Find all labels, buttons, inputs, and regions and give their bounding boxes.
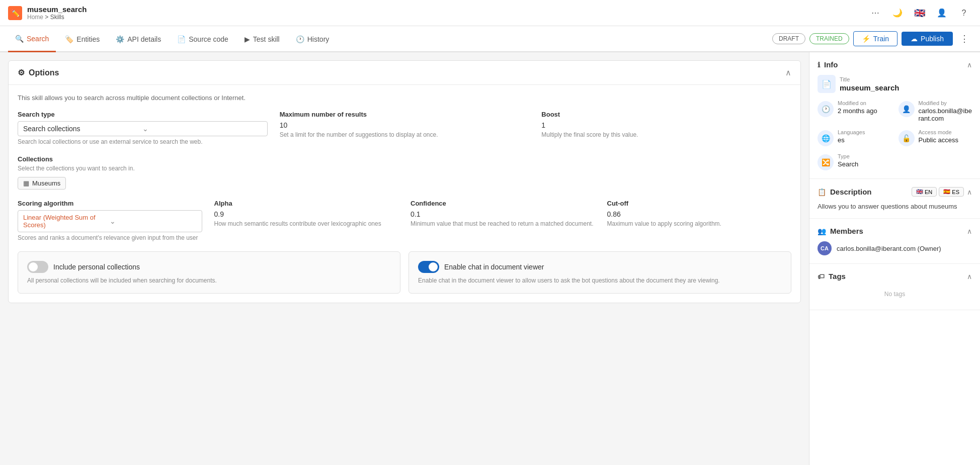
tabbar: 🔍 Search 🏷️ Entities ⚙️ API details 📄 So… xyxy=(0,26,980,52)
flag-es-icon: 🇪🇸 xyxy=(943,189,950,195)
options-icon: ⚙ xyxy=(18,68,25,77)
search-tab-icon: 🔍 xyxy=(15,35,24,43)
modified-by-value: carlos.bonilla@iberant.com xyxy=(919,107,972,122)
modified-by-icon: 👤 xyxy=(899,101,915,117)
access-mode-content: Access mode Public access xyxy=(919,129,972,144)
trained-badge: TRAINED xyxy=(809,33,849,44)
languages-label: Languages xyxy=(838,129,891,135)
scoring-desc: Scores and ranks a document's relevance … xyxy=(18,234,202,241)
confidence-desc: Minimum value that must be reached to re… xyxy=(411,220,595,227)
options-row-1: Search type Search collections ⌄ Search … xyxy=(18,111,791,145)
collection-name: Museums xyxy=(32,179,60,187)
access-mode-item: 🔓 Access mode Public access xyxy=(899,129,972,146)
chat-viewer-desc: Enable chat in the document viewer to al… xyxy=(418,277,782,284)
members-title-text: Members xyxy=(830,227,863,235)
tab-source-code[interactable]: 📄 Source code xyxy=(170,26,235,52)
description-title-text: Description xyxy=(830,188,872,196)
history-tab-icon: 🕐 xyxy=(296,35,304,43)
confidence-label: Confidence xyxy=(411,200,595,207)
flag-en-icon: 🇬🇧 xyxy=(916,189,923,195)
scoring-row: Scoring algorithm Linear (Weighted Sum o… xyxy=(18,200,791,241)
boost-value: 1 xyxy=(541,121,791,129)
cutoff-value: 0.86 xyxy=(607,210,792,218)
chat-viewer-title: Enable chat in document viewer xyxy=(444,263,544,271)
lang-en-btn[interactable]: 🇬🇧 EN xyxy=(912,187,937,197)
member-avatar: CA xyxy=(818,241,832,255)
main-layout: ⚙ Options ∧ This skill allows you to sea… xyxy=(0,52,980,465)
max-results-value: 10 xyxy=(280,121,530,129)
members-section-header: 👥 Members ∧ xyxy=(818,227,972,235)
access-mode-value: Public access xyxy=(919,136,972,144)
collection-tag[interactable]: ▦ Museums xyxy=(18,177,66,190)
breadcrumb-home[interactable]: Home xyxy=(27,14,43,21)
tab-history[interactable]: 🕐 History xyxy=(289,26,337,52)
max-results-label: Maximum number of results xyxy=(280,111,530,118)
search-type-select[interactable]: Search collections ⌄ xyxy=(18,121,268,136)
confidence-field: Confidence 0.1 Minimum value that must b… xyxy=(411,200,595,241)
tab-history-label: History xyxy=(307,35,330,43)
info-icon: ℹ xyxy=(818,61,820,69)
lang-es-btn[interactable]: 🇪🇸 ES xyxy=(939,187,964,197)
tab-source-label: Source code xyxy=(189,35,228,43)
boost-field: Boost 1 Multiply the final score by this… xyxy=(541,111,791,145)
tab-search-label: Search xyxy=(27,35,49,43)
app-logo: ✏️ museum_search Home > Skills xyxy=(8,5,87,21)
tab-search[interactable]: 🔍 Search xyxy=(8,26,56,52)
help-btn[interactable]: ? xyxy=(956,5,972,21)
topbar-actions: ⋯ 🌙 🇬🇧 👤 ? xyxy=(867,5,972,21)
type-icon: 🔀 xyxy=(818,154,834,170)
modified-on-label: Modified on xyxy=(838,100,891,106)
tags-collapse-btn[interactable]: ∧ xyxy=(967,272,972,281)
toggle-section: Include personal collections All persona… xyxy=(18,251,791,294)
chat-viewer-toggle[interactable] xyxy=(418,261,439,273)
tab-api-label: API details xyxy=(127,35,161,43)
cutoff-label: Cut-off xyxy=(607,200,792,207)
scoring-select[interactable]: Linear (Weighted Sum of Scores) ⌄ xyxy=(18,210,202,232)
tab-entities[interactable]: 🏷️ Entities xyxy=(58,26,107,52)
tabbar-actions: DRAFT TRAINED ⚡ Train ☁ Publish ⋮ xyxy=(772,31,972,46)
grid-icon-btn[interactable]: ⋯ xyxy=(867,5,883,21)
tags-section-header: 🏷 Tags ∧ xyxy=(818,272,972,281)
info-section-header: ℹ Info ∧ xyxy=(818,60,972,69)
modified-on-content: Modified on 2 months ago xyxy=(838,100,891,115)
scoring-chevron-icon: ⌄ xyxy=(110,217,196,225)
test-tab-icon: ▶ xyxy=(244,35,250,43)
options-collapse-btn[interactable]: ∧ xyxy=(785,68,791,77)
modified-by-content: Modified by carlos.bonilla@iberant.com xyxy=(919,100,972,122)
api-tab-icon: ⚙️ xyxy=(116,35,124,43)
app-icon: ✏️ xyxy=(8,6,22,20)
cutoff-field: Cut-off 0.86 Maximum value to apply scor… xyxy=(607,200,792,241)
more-options-button[interactable]: ⋮ xyxy=(957,31,972,46)
train-button[interactable]: ⚡ Train xyxy=(853,31,897,46)
tab-test-label: Test skill xyxy=(253,35,280,43)
lang-en-label: EN xyxy=(925,189,932,195)
personal-collections-header: Include personal collections xyxy=(27,261,391,273)
skill-title-icon: 📄 xyxy=(818,75,836,93)
cutoff-desc: Maximum value to apply scoring algorithm… xyxy=(607,220,792,227)
options-description: This skill allows you to search across m… xyxy=(18,94,791,102)
tags-section: 🏷 Tags ∧ No tags xyxy=(809,264,980,310)
personal-collections-desc: All personal collections will be include… xyxy=(27,277,391,284)
info-title: ℹ Info xyxy=(818,60,838,69)
language-btn[interactable]: 🇬🇧 xyxy=(912,5,928,21)
description-collapse-btn[interactable]: ∧ xyxy=(967,188,972,196)
personal-collections-title: Include personal collections xyxy=(53,263,140,271)
tags-title-text: Tags xyxy=(829,272,846,281)
personal-collections-toggle[interactable] xyxy=(27,261,48,273)
source-tab-icon: 📄 xyxy=(177,35,186,43)
tab-api-details[interactable]: ⚙️ API details xyxy=(109,26,168,52)
scoring-value: Linear (Weighted Sum of Scores) xyxy=(23,214,110,229)
tab-test-skill[interactable]: ▶ Test skill xyxy=(237,26,287,52)
languages-value: es xyxy=(838,136,891,144)
user-btn[interactable]: 👤 xyxy=(934,5,950,21)
members-collapse-btn[interactable]: ∧ xyxy=(967,227,972,235)
languages-content: Languages es xyxy=(838,129,891,144)
max-results-desc: Set a limit for the number of suggestion… xyxy=(280,131,530,138)
modified-on-value: 2 months ago xyxy=(838,107,891,115)
info-collapse-btn[interactable]: ∧ xyxy=(967,61,972,69)
theme-toggle-btn[interactable]: 🌙 xyxy=(889,5,906,21)
publish-button[interactable]: ☁ Publish xyxy=(902,32,953,46)
alpha-value: 0.9 xyxy=(214,210,399,218)
info-grid: 🕐 Modified on 2 months ago 👤 Modified by… xyxy=(818,100,972,170)
search-type-label: Search type xyxy=(18,111,268,118)
